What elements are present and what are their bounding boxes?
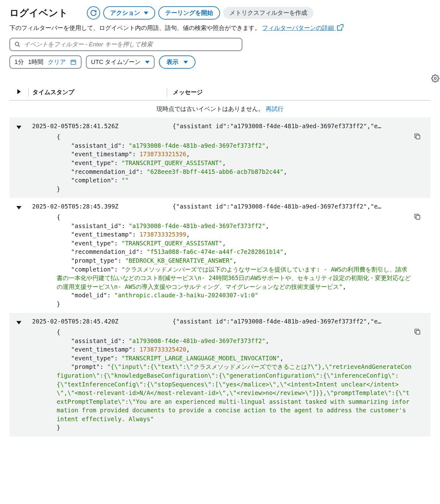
copy-button[interactable] [414,213,421,220]
create-metrics-filter-label: メトリクスフィルターを作成 [229,9,307,17]
copy-button[interactable] [414,328,421,335]
copy-icon [414,213,421,220]
chevron-down-icon [183,61,188,64]
log-json-body: { "assistant_id": "a1793008-f4de-481b-a9… [9,328,431,432]
log-event: 2025-02-05T05:28:41.526Z{"assistant_id":… [9,117,431,198]
svg-rect-3 [416,135,420,139]
actions-label: アクション [110,9,140,17]
no-older-events: 現時点では古いイベントはありません。 再試行 [9,100,431,117]
start-tailing-label: テーリングを開始 [165,9,213,17]
timestamp-cell: 2025-02-05T05:28:41.526Z [28,123,167,129]
play-icon [17,89,21,94]
timestamp-header[interactable]: タイムスタンプ [28,88,167,96]
collapse-toggle[interactable] [9,123,28,131]
message-summary: {"assistant_id":"a1793008-f4de-481b-a9ed… [167,318,431,325]
collapse-toggle[interactable] [9,203,28,211]
gear-icon [431,74,439,83]
events-list: 2025-02-05T05:28:41.526Z{"assistant_id":… [9,117,431,436]
message-summary: {"assistant_id":"a1793008-f4de-481b-a9ed… [167,203,431,210]
message-summary: {"assistant_id":"a1793008-f4de-481b-a9ed… [167,123,431,129]
log-json-body: { "assistant_id": "a1793008-f4de-481b-a9… [9,213,431,308]
retry-link[interactable]: 再試行 [266,106,284,112]
svg-rect-4 [416,215,420,219]
calendar-icon[interactable] [70,59,76,65]
chevron-down-icon [16,321,21,324]
chevron-down-icon [16,126,21,129]
timezone-select[interactable]: UTC タイムゾーン [86,55,155,69]
expand-all-header[interactable] [9,89,28,96]
settings-button[interactable] [431,74,439,83]
one-minute-option[interactable]: 1分 [14,58,24,66]
start-tailing-button[interactable]: テーリングを開始 [158,6,220,20]
svg-rect-5 [416,330,420,334]
filter-pattern-docs-link[interactable]: フィルターパターンの詳細 [262,25,342,31]
svg-point-2 [434,77,437,80]
search-input-container[interactable] [9,38,242,51]
copy-button[interactable] [414,133,421,140]
search-icon [14,41,20,48]
log-event: 2025-02-05T05:28:45.399Z{"assistant_id":… [9,198,431,313]
create-metrics-filter-button: メトリクスフィルターを作成 [223,7,313,19]
log-row: 2025-02-05T05:28:45.420Z{"assistant_id":… [9,316,431,328]
copy-icon [414,133,421,140]
svg-point-0 [15,42,19,46]
clear-button[interactable]: クリア [48,58,66,66]
log-row: 2025-02-05T05:28:45.399Z{"assistant_id":… [9,201,431,213]
svg-rect-1 [71,60,76,65]
log-json-body: { "assistant_id": "a1793008-f4de-481b-a9… [9,133,431,193]
log-row: 2025-02-05T05:28:41.526Z{"assistant_id":… [9,121,431,133]
chevron-down-icon [145,61,149,64]
subtitle-text: 下のフィルターバーを使用して、ログイベント内の用語、語句、値の検索や照合ができま… [9,25,261,31]
page-title: ログイベント [9,7,68,20]
copy-icon [414,328,421,335]
collapse-toggle[interactable] [9,318,28,326]
log-event: 2025-02-05T05:28:45.420Z{"assistant_id":… [9,313,431,437]
table-header: タイムスタンプ メッセージ [9,84,431,100]
display-button[interactable]: 表示 [159,55,195,69]
timestamp-cell: 2025-02-05T05:28:45.420Z [28,318,167,325]
actions-button[interactable]: アクション [103,6,155,20]
chevron-down-icon [16,206,21,209]
timezone-label: UTC タイムゾーン [91,58,141,66]
refresh-icon [90,9,97,16]
one-hour-option[interactable]: 1時間 [28,58,44,66]
time-range-box[interactable]: 1分 1時間 クリア [9,55,82,69]
chevron-down-icon [144,12,148,14]
external-link-icon [337,26,342,31]
refresh-button[interactable] [87,6,100,20]
message-header[interactable]: メッセージ [167,88,431,96]
search-input[interactable] [24,41,237,48]
display-label: 表示 [166,58,178,66]
subtitle: 下のフィルターバーを使用して、ログイベント内の用語、語句、値の検索や照合ができま… [9,23,431,33]
timestamp-cell: 2025-02-05T05:28:45.399Z [28,203,167,210]
